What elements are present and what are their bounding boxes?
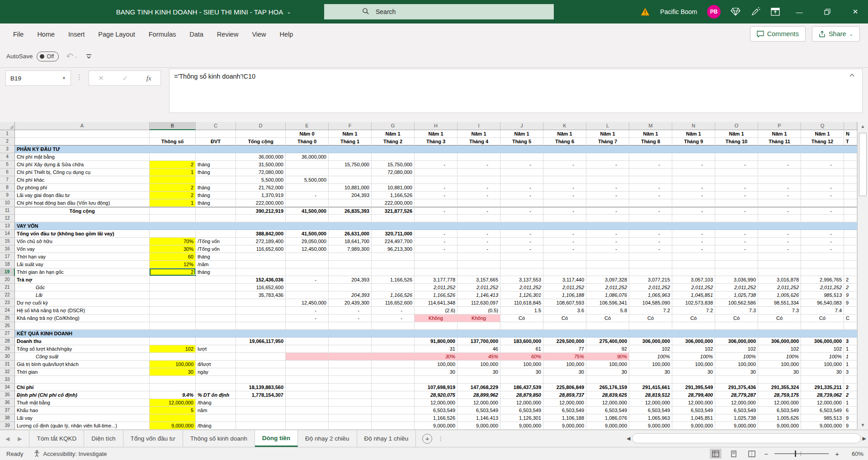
cell[interactable]: 9,000,000 bbox=[801, 422, 844, 430]
cell[interactable]: 106,596,341 bbox=[586, 299, 629, 307]
cell[interactable]: - bbox=[758, 207, 801, 215]
cell[interactable]: 18,641,700 bbox=[329, 238, 372, 245]
cell[interactable] bbox=[372, 338, 415, 345]
cell[interactable] bbox=[329, 345, 372, 353]
cell[interactable]: /Tổng vốn bbox=[196, 245, 236, 253]
cell[interactable]: /tháng bbox=[196, 422, 236, 430]
column-header-C[interactable]: C bbox=[196, 122, 236, 130]
cell[interactable]: Không bbox=[415, 314, 458, 322]
cell[interactable]: 28,759,175 bbox=[758, 391, 801, 399]
cell[interactable]: 390,212,919 bbox=[236, 207, 286, 215]
cell[interactable]: 100,000 bbox=[672, 361, 715, 368]
tab-tom-tat-kqkd[interactable]: Tóm tắt KQKD bbox=[29, 430, 84, 447]
cell[interactable]: 12,000,000 bbox=[715, 399, 758, 407]
cell[interactable]: 60% bbox=[500, 353, 543, 361]
cell[interactable] bbox=[150, 230, 196, 238]
cell[interactable]: - bbox=[543, 238, 586, 245]
cell[interactable]: 291,415,661 bbox=[629, 384, 672, 391]
cell[interactable]: 1 bbox=[844, 353, 857, 361]
cell[interactable]: 306,000,000 bbox=[715, 338, 758, 345]
cell[interactable]: 7.3 bbox=[758, 307, 801, 314]
cell[interactable] bbox=[286, 169, 329, 176]
cell[interactable]: Tháng 3 bbox=[415, 138, 458, 146]
cell[interactable]: Tổng cộng bbox=[236, 138, 286, 146]
cell[interactable]: - bbox=[415, 207, 458, 215]
cell[interactable]: 1,166,526 bbox=[372, 276, 415, 284]
cell[interactable] bbox=[543, 376, 586, 384]
cell[interactable]: Chi phí mặt bằng bbox=[15, 153, 150, 161]
cell[interactable]: - bbox=[715, 184, 758, 192]
cell[interactable] bbox=[329, 422, 372, 430]
cell[interactable] bbox=[236, 299, 286, 307]
cell[interactable]: Năm 1 bbox=[372, 130, 415, 138]
row-header-37[interactable]: 37 bbox=[0, 407, 15, 414]
cell[interactable] bbox=[715, 268, 758, 276]
cell[interactable]: - bbox=[415, 238, 458, 245]
cell[interactable]: 41,500,000 bbox=[286, 230, 329, 238]
tab-options-dots-icon[interactable]: ⋮ bbox=[438, 435, 443, 442]
cell[interactable]: 7.3 bbox=[715, 307, 758, 314]
formula-input[interactable]: ='Thông số kinh doanh'!C10 bbox=[169, 69, 863, 113]
cell[interactable]: 26,835,393 bbox=[329, 207, 372, 215]
cell[interactable] bbox=[236, 353, 286, 361]
cell[interactable] bbox=[458, 261, 500, 268]
cell[interactable]: 1,045,851 bbox=[672, 291, 715, 299]
cell[interactable] bbox=[500, 215, 543, 222]
cell[interactable] bbox=[286, 376, 329, 384]
cell[interactable]: 2,011,252 bbox=[500, 284, 543, 291]
cell[interactable] bbox=[844, 199, 857, 207]
cell[interactable]: 7.2 bbox=[629, 307, 672, 314]
scroll-left-icon[interactable]: ◀ bbox=[627, 436, 630, 441]
cell[interactable] bbox=[458, 176, 500, 184]
cell[interactable]: 102 bbox=[672, 345, 715, 353]
cell[interactable]: 1,045,851 bbox=[672, 414, 715, 422]
cell[interactable]: Năm 1 bbox=[801, 130, 844, 138]
cell[interactable] bbox=[236, 253, 286, 261]
cell[interactable] bbox=[15, 322, 150, 330]
cell[interactable]: - bbox=[543, 245, 586, 253]
cell[interactable]: 2 bbox=[844, 284, 857, 291]
cell[interactable]: - bbox=[629, 192, 672, 199]
cell[interactable] bbox=[629, 169, 672, 176]
tab-nav-right-icon[interactable]: ▶ bbox=[18, 436, 22, 442]
cell[interactable] bbox=[329, 215, 372, 222]
cell[interactable] bbox=[586, 268, 629, 276]
cell[interactable]: Có bbox=[543, 314, 586, 322]
tab-nav-left-icon[interactable]: ◀ bbox=[5, 436, 9, 442]
cell[interactable]: 9,000,000 bbox=[458, 422, 500, 430]
cell[interactable] bbox=[372, 376, 415, 384]
cell[interactable]: 92 bbox=[586, 345, 629, 353]
cell[interactable]: - bbox=[715, 230, 758, 238]
row-header-13[interactable]: 13 bbox=[0, 222, 15, 230]
cell[interactable]: - bbox=[629, 245, 672, 253]
cell[interactable] bbox=[150, 307, 196, 314]
column-header-B[interactable]: B bbox=[150, 122, 196, 130]
cell[interactable]: 6,503,549 bbox=[715, 407, 758, 414]
warning-icon[interactable] bbox=[640, 7, 650, 17]
cell[interactable] bbox=[286, 261, 329, 268]
cell[interactable]: Chi phí Xây dựng & Sửa chữa bbox=[15, 161, 150, 169]
menu-formulas[interactable]: Formulas bbox=[142, 27, 183, 42]
cell[interactable]: - bbox=[329, 314, 372, 322]
cell[interactable]: 2,011,252 bbox=[758, 284, 801, 291]
cell[interactable]: Lãi vay bbox=[15, 414, 150, 422]
cell[interactable] bbox=[758, 176, 801, 184]
cell[interactable] bbox=[758, 253, 801, 261]
cell[interactable]: 1,025,738 bbox=[715, 414, 758, 422]
cell[interactable]: Lãi bbox=[15, 291, 150, 299]
cell[interactable] bbox=[844, 268, 857, 276]
cell[interactable]: 100,000 bbox=[458, 361, 500, 368]
cell[interactable] bbox=[629, 153, 672, 161]
cell[interactable] bbox=[458, 376, 500, 384]
cell[interactable] bbox=[715, 153, 758, 161]
cell[interactable] bbox=[758, 322, 801, 330]
cell[interactable] bbox=[758, 261, 801, 268]
cell[interactable]: 1,778,154,307 bbox=[236, 391, 286, 399]
cell[interactable]: - bbox=[415, 245, 458, 253]
collapse-formula-bar-icon[interactable] bbox=[849, 72, 855, 79]
cell[interactable] bbox=[196, 207, 236, 215]
cell[interactable]: Có bbox=[758, 314, 801, 322]
cell[interactable] bbox=[196, 130, 236, 138]
menu-file[interactable]: File bbox=[6, 27, 30, 42]
cell[interactable] bbox=[844, 192, 857, 199]
